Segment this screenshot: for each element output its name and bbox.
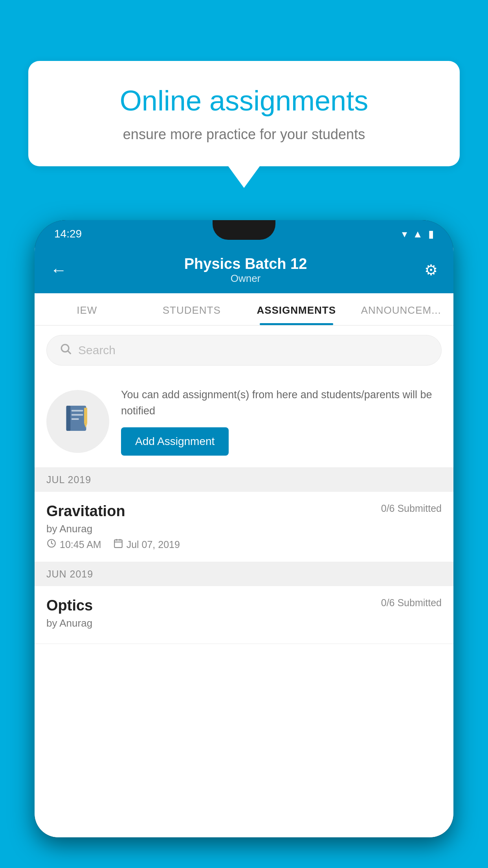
svg-point-0 [61,344,69,352]
svg-rect-6 [72,418,79,420]
app-header: ← Physics Batch 12 Owner ⚙ [35,248,453,293]
svg-rect-4 [72,410,83,411]
assignment-item-optics[interactable]: Optics 0/6 Submitted by Anurag [35,586,453,644]
add-assignment-button[interactable]: Add Assignment [121,427,229,456]
phone-container: 14:29 ▾ ▲ ▮ ← Physics Batch 12 Owner ⚙ I… [35,220,453,868]
optics-title: Optics [46,597,93,614]
svg-line-1 [68,351,71,354]
calendar-icon [113,538,123,551]
assignment-meta-row: 10:45 AM Jul 07, 201 [46,538,442,551]
optics-row-top: Optics 0/6 Submitted [46,597,442,614]
assignment-item-gravitation[interactable]: Gravitation 0/6 Submitted by Anurag [35,492,453,562]
search-icon [59,342,72,358]
tab-iew[interactable]: IEW [35,293,139,325]
speech-bubble-subtitle: ensure more practice for your students [56,126,432,143]
assignment-row-top: Gravitation 0/6 Submitted [46,503,442,520]
notebook-icon [62,403,94,440]
speech-bubble-title: Online assignments [56,85,432,117]
svg-rect-10 [114,540,122,548]
svg-rect-5 [72,414,83,416]
speech-bubble-tail [228,166,260,188]
optics-submitted: 0/6 Submitted [381,597,442,609]
tabs-bar: IEW STUDENTS ASSIGNMENTS ANNOUNCEM... [35,293,453,326]
optics-author: by Anurag [46,617,442,629]
back-button[interactable]: ← [50,261,67,280]
info-text-area: You can add assignment(s) from here and … [121,387,442,456]
phone-inner: ← Physics Batch 12 Owner ⚙ IEW STUDENTS … [35,248,453,837]
svg-rect-7 [84,408,87,423]
signal-icon: ▲ [413,228,423,240]
assignment-time: 10:45 AM [46,538,101,551]
status-bar: 14:29 ▾ ▲ ▮ [35,220,453,248]
phone-frame: 14:29 ▾ ▲ ▮ ← Physics Batch 12 Owner ⚙ I… [35,220,453,837]
section-header-jul: JUL 2019 [35,468,453,492]
svg-rect-3 [66,406,71,431]
assignment-submitted: 0/6 Submitted [381,503,442,514]
battery-icon: ▮ [428,228,434,240]
search-bar[interactable]: Search [46,335,442,366]
clock-icon [46,538,57,551]
info-banner: You can add assignment(s) from here and … [35,375,453,468]
header-subtitle: Owner [67,272,424,285]
screen-content: Search [35,326,453,837]
speech-bubble: Online assignments ensure more practice … [28,61,460,166]
time-value: 10:45 AM [60,539,101,550]
date-value: Jul 07, 2019 [127,539,180,550]
tab-announcements[interactable]: ANNOUNCEM... [349,293,454,325]
section-header-jun: JUN 2019 [35,562,453,586]
search-placeholder: Search [78,344,116,357]
status-time: 14:29 [54,228,82,240]
assignment-author: by Anurag [46,523,442,535]
tab-assignments[interactable]: ASSIGNMENTS [244,293,349,325]
header-title-area: Physics Batch 12 Owner [67,256,424,285]
speech-bubble-container: Online assignments ensure more practice … [28,61,460,188]
tab-students[interactable]: STUDENTS [139,293,244,325]
settings-button[interactable]: ⚙ [424,261,438,279]
header-title: Physics Batch 12 [67,256,424,272]
assignment-title: Gravitation [46,503,125,520]
assignment-date: Jul 07, 2019 [113,538,180,551]
status-icons: ▾ ▲ ▮ [402,228,434,240]
wifi-icon: ▾ [402,228,407,240]
assignment-icon-circle [46,390,109,453]
info-text: You can add assignment(s) from here and … [121,387,442,419]
